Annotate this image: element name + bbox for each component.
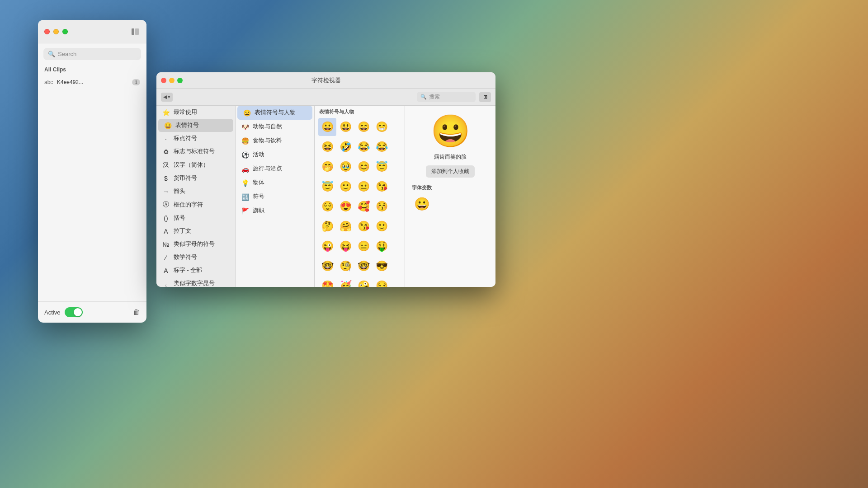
subcat-item-food[interactable]: 🍔 食物与饮料 [236, 134, 314, 148]
emoji-cell[interactable]: 🤓 [354, 257, 373, 275]
cv-back-button[interactable]: ◀ ▾ [161, 93, 173, 102]
cat-item-numlike[interactable]: ꜀ 类似字数字昆号 [156, 277, 235, 287]
cat-enclosed-label: 框住的字符 [174, 201, 203, 209]
emoji-cell[interactable]: 🤭 [318, 158, 336, 176]
cv-search-bar[interactable]: 🔍 搜索 [417, 92, 476, 102]
cv-add-favorite-button[interactable]: 添加到个人收藏 [426, 165, 475, 178]
subcat-item-flags[interactable]: 🚩 旗帜 [236, 204, 314, 218]
subcat-item-symbols[interactable]: 🔣 符号 [236, 190, 314, 204]
cv-emoji-section-title: 表情符号与人物 [315, 106, 405, 117]
cv-title: 字符检视器 [311, 76, 341, 84]
cv-close-button[interactable] [161, 78, 166, 83]
subcat-item-emoji-people[interactable]: 😀 表情符号与人物 [237, 106, 312, 120]
cat-latin-icon: A [162, 228, 170, 235]
cat-item-emoji[interactable]: 😀 表情符号 [158, 119, 233, 132]
cat-brackets-label: 括号 [174, 214, 185, 222]
emoji-cell[interactable]: 😁 [373, 118, 391, 136]
trash-icon[interactable]: 🗑 [133, 308, 140, 316]
cat-item-symbols[interactable]: ♻ 标志与标准符号 [156, 145, 235, 158]
all-clips-label: All Clips [38, 65, 146, 75]
subcat-item-travel[interactable]: 🚗 旅行与沿点 [236, 162, 314, 176]
emoji-cell[interactable]: 😇 [373, 158, 391, 176]
emoji-cell[interactable]: 🙂 [373, 217, 391, 235]
emoji-cell[interactable]: 🤪 [354, 277, 373, 287]
clip-type-icon: abc [44, 79, 53, 85]
cat-recent-label: 最常使用 [174, 108, 197, 116]
emoji-cell[interactable]: 😊 [354, 158, 373, 176]
emoji-cell[interactable]: 😆 [318, 138, 336, 156]
cat-item-arrows[interactable]: → 箭头 [156, 185, 235, 198]
clip-count-badge: 1 [132, 79, 140, 85]
cat-item-brackets[interactable]: () 括号 [156, 211, 235, 225]
minimize-button[interactable] [53, 29, 59, 34]
cv-search-icon: 🔍 [420, 94, 427, 100]
subcat-objects-icon: 💡 [241, 179, 249, 187]
cat-item-enclosed[interactable]: Ⓐ 框住的字符 [156, 198, 235, 211]
cat-item-recent[interactable]: ⭐ 最常使用 [156, 106, 235, 119]
sidebar-toggle-button[interactable] [130, 27, 140, 37]
cat-emoji-label: 表情符号 [175, 122, 199, 129]
subcat-item-animals[interactable]: 🐶 动物与自然 [236, 120, 314, 134]
emoji-cell[interactable]: 🤔 [318, 217, 336, 235]
search-input[interactable]: Search [58, 51, 76, 57]
active-label: Active [44, 309, 60, 316]
emoji-cell[interactable]: 😜 [318, 237, 336, 255]
cv-search-input[interactable]: 搜索 [429, 93, 440, 101]
cv-variant-emoji[interactable]: 😀 [412, 194, 432, 214]
cat-item-letterlike[interactable]: № 类似字母的符号 [156, 238, 235, 251]
emoji-cell[interactable]: 🥳 [336, 277, 354, 287]
clipboard-titlebar [38, 20, 146, 43]
emoji-cell[interactable]: 😇 [318, 178, 336, 196]
subcat-item-objects[interactable]: 💡 物体 [236, 176, 314, 190]
clip-item[interactable]: abc K4ee492... 1 [38, 75, 146, 89]
emoji-cell[interactable]: 🤓 [318, 257, 336, 275]
emoji-cell[interactable]: 😂 [354, 138, 373, 156]
emoji-cell[interactable]: 😝 [336, 237, 354, 255]
emoji-cell[interactable]: 😎 [373, 257, 391, 275]
cat-numlike-icon: ꜀ [162, 280, 170, 287]
emoji-cell[interactable]: 🙂 [336, 178, 354, 196]
emoji-row-7: 🤓 🧐 🤓 😎 [315, 256, 405, 276]
bottom-bar: Active 🗑 [38, 301, 146, 323]
cat-cjk-icon: 汉 [162, 161, 170, 169]
maximize-button[interactable] [62, 29, 68, 34]
cv-maximize-button[interactable] [177, 78, 183, 83]
cv-minimize-button[interactable] [169, 78, 175, 83]
emoji-cell[interactable]: 😚 [373, 197, 391, 216]
emoji-cell[interactable]: 😃 [336, 118, 354, 136]
emoji-cell[interactable]: 😂 [373, 138, 391, 156]
cat-item-punctuation[interactable]: · 标点符号 [156, 132, 235, 145]
emoji-row-6: 😜 😝 😑 🤑 [315, 236, 405, 256]
emoji-cell[interactable]: 🤣 [336, 138, 354, 156]
emoji-cell[interactable]: 🧐 [336, 257, 354, 275]
emoji-cell[interactable]: 😑 [354, 237, 373, 255]
search-bar[interactable]: 🔍 Search [43, 48, 141, 60]
cat-item-latin[interactable]: A 拉丁文 [156, 225, 235, 238]
emoji-cell[interactable]: 🤩 [318, 277, 336, 287]
emoji-cell[interactable]: 😐 [354, 178, 373, 196]
active-toggle[interactable] [65, 307, 83, 317]
emoji-cell[interactable]: 🤗 [336, 217, 354, 235]
emoji-cell[interactable]: 😀 [318, 118, 336, 136]
cat-item-math[interactable]: ∕ 数学符号 [156, 251, 235, 264]
emoji-cell[interactable]: 😄 [354, 118, 373, 136]
cv-traffic-lights [161, 78, 183, 83]
cat-item-currency[interactable]: $ 货币符号 [156, 172, 235, 185]
emoji-cell[interactable]: 😍 [336, 197, 354, 216]
subcat-activities-label: 活动 [253, 151, 264, 159]
emoji-cell[interactable]: 😘 [373, 178, 391, 196]
cat-item-font-all[interactable]: A 标字 - 全部 [156, 264, 235, 277]
cat-item-cjk[interactable]: 汉 汉字（简体） [156, 158, 235, 172]
emoji-cell[interactable]: 😏 [373, 277, 391, 287]
cat-math-label: 数学符号 [174, 253, 197, 261]
emoji-cell[interactable]: 🤑 [373, 237, 391, 255]
emoji-cell[interactable]: 😘 [354, 217, 373, 235]
cat-letterlike-icon: № [162, 241, 170, 248]
emoji-cell[interactable]: 🥰 [354, 197, 373, 216]
subcat-item-activities[interactable]: ⚽ 活动 [236, 148, 314, 162]
close-button[interactable] [44, 29, 50, 34]
emoji-cell[interactable]: 😌 [318, 197, 336, 216]
cv-emoji-grid: 表情符号与人物 😀 😃 😄 😁 😆 🤣 😂 😂 🤭 🥹 😊 😇 😇 [315, 106, 405, 287]
cv-grid-view-button[interactable]: ⊞ [479, 92, 491, 102]
emoji-cell[interactable]: 🥹 [336, 158, 354, 176]
